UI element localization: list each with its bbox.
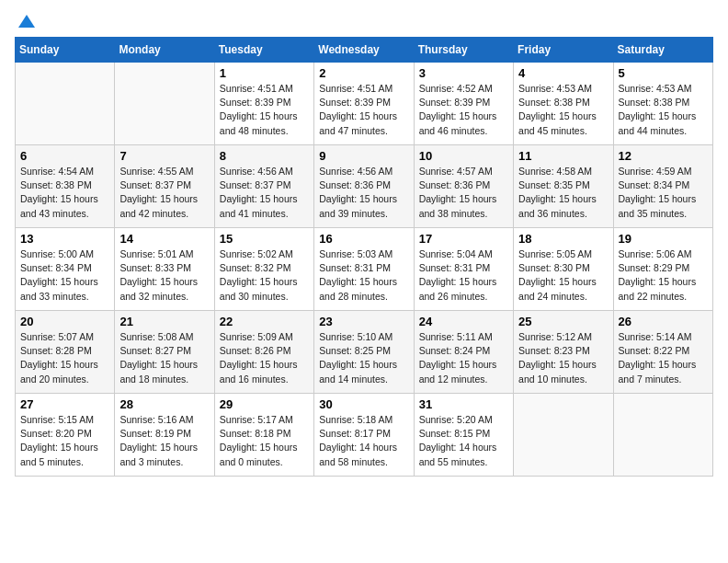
- day-number: 5: [619, 66, 708, 80]
- calendar-cell: 6Sunrise: 4:54 AM Sunset: 8:38 PM Daylig…: [16, 145, 115, 228]
- day-info: Sunrise: 5:06 AM Sunset: 8:29 PM Dayligh…: [619, 247, 708, 304]
- calendar-cell: 19Sunrise: 5:06 AM Sunset: 8:29 PM Dayli…: [613, 228, 712, 311]
- calendar-cell: 26Sunrise: 5:14 AM Sunset: 8:22 PM Dayli…: [613, 311, 712, 394]
- logo-icon: [18, 13, 35, 29]
- calendar-cell: 13Sunrise: 5:00 AM Sunset: 8:34 PM Dayli…: [16, 228, 115, 311]
- day-info: Sunrise: 4:52 AM Sunset: 8:39 PM Dayligh…: [419, 82, 508, 138]
- day-info: Sunrise: 5:15 AM Sunset: 8:20 PM Dayligh…: [20, 413, 109, 469]
- day-number: 22: [220, 315, 309, 328]
- day-info: Sunrise: 4:59 AM Sunset: 8:34 PM Dayligh…: [619, 165, 708, 221]
- calendar-cell: 20Sunrise: 5:07 AM Sunset: 8:28 PM Dayli…: [16, 311, 115, 394]
- day-info: Sunrise: 5:01 AM Sunset: 8:33 PM Dayligh…: [119, 247, 209, 304]
- calendar-week-row: 1Sunrise: 4:51 AM Sunset: 8:39 PM Daylig…: [16, 63, 713, 145]
- day-info: Sunrise: 5:02 AM Sunset: 8:32 PM Dayligh…: [220, 247, 309, 304]
- day-number: 7: [119, 149, 209, 163]
- day-info: Sunrise: 4:53 AM Sunset: 8:38 PM Dayligh…: [518, 82, 608, 138]
- svg-marker-0: [18, 15, 35, 28]
- calendar-cell: 30Sunrise: 5:18 AM Sunset: 8:17 PM Dayli…: [314, 394, 414, 477]
- day-number: 25: [518, 315, 608, 328]
- day-info: Sunrise: 5:10 AM Sunset: 8:25 PM Dayligh…: [319, 330, 408, 386]
- calendar-cell: 3Sunrise: 4:52 AM Sunset: 8:39 PM Daylig…: [414, 63, 513, 145]
- day-number: 31: [419, 397, 508, 411]
- calendar-cell: 9Sunrise: 4:56 AM Sunset: 8:36 PM Daylig…: [314, 145, 414, 228]
- day-info: Sunrise: 5:09 AM Sunset: 8:26 PM Dayligh…: [220, 330, 309, 386]
- day-number: 24: [419, 315, 508, 328]
- calendar-cell: 25Sunrise: 5:12 AM Sunset: 8:23 PM Dayli…: [514, 311, 613, 394]
- calendar-cell: [16, 63, 115, 145]
- logo: [15, 15, 35, 29]
- day-info: Sunrise: 5:16 AM Sunset: 8:19 PM Dayligh…: [119, 413, 209, 469]
- day-info: Sunrise: 5:07 AM Sunset: 8:28 PM Dayligh…: [20, 330, 109, 386]
- day-info: Sunrise: 5:04 AM Sunset: 8:31 PM Dayligh…: [419, 247, 508, 304]
- day-number: 19: [619, 232, 708, 246]
- calendar-cell: 17Sunrise: 5:04 AM Sunset: 8:31 PM Dayli…: [414, 228, 513, 311]
- header-tuesday: Tuesday: [214, 38, 313, 63]
- day-info: Sunrise: 4:57 AM Sunset: 8:36 PM Dayligh…: [419, 165, 508, 221]
- day-info: Sunrise: 4:51 AM Sunset: 8:39 PM Dayligh…: [220, 82, 309, 138]
- day-info: Sunrise: 5:05 AM Sunset: 8:30 PM Dayligh…: [518, 247, 608, 304]
- day-number: 18: [518, 232, 608, 246]
- calendar-cell: [115, 63, 214, 145]
- calendar-week-row: 6Sunrise: 4:54 AM Sunset: 8:38 PM Daylig…: [16, 145, 713, 228]
- calendar-cell: [514, 394, 613, 477]
- day-number: 1: [220, 66, 309, 80]
- day-number: 28: [119, 397, 209, 411]
- day-number: 16: [319, 232, 408, 246]
- day-info: Sunrise: 5:18 AM Sunset: 8:17 PM Dayligh…: [319, 413, 408, 469]
- header-friday: Friday: [514, 38, 613, 63]
- header-thursday: Thursday: [414, 38, 513, 63]
- day-number: 14: [119, 232, 209, 246]
- calendar-cell: 31Sunrise: 5:20 AM Sunset: 8:15 PM Dayli…: [414, 394, 513, 477]
- header-sunday: Sunday: [16, 38, 115, 63]
- day-number: 26: [619, 315, 708, 328]
- page-header: [15, 15, 713, 29]
- day-number: 15: [220, 232, 309, 246]
- calendar-cell: 29Sunrise: 5:17 AM Sunset: 8:18 PM Dayli…: [214, 394, 313, 477]
- calendar-cell: 11Sunrise: 4:58 AM Sunset: 8:35 PM Dayli…: [514, 145, 613, 228]
- day-info: Sunrise: 4:56 AM Sunset: 8:37 PM Dayligh…: [220, 165, 309, 221]
- calendar-cell: 16Sunrise: 5:03 AM Sunset: 8:31 PM Dayli…: [314, 228, 414, 311]
- day-number: 11: [518, 149, 608, 163]
- calendar-header-row: SundayMondayTuesdayWednesdayThursdayFrid…: [16, 38, 713, 63]
- day-number: 27: [20, 397, 109, 411]
- calendar-cell: 8Sunrise: 4:56 AM Sunset: 8:37 PM Daylig…: [214, 145, 313, 228]
- day-info: Sunrise: 4:53 AM Sunset: 8:38 PM Dayligh…: [619, 82, 708, 138]
- calendar-cell: 12Sunrise: 4:59 AM Sunset: 8:34 PM Dayli…: [613, 145, 712, 228]
- day-info: Sunrise: 5:11 AM Sunset: 8:24 PM Dayligh…: [419, 330, 508, 386]
- day-info: Sunrise: 4:54 AM Sunset: 8:38 PM Dayligh…: [20, 165, 109, 221]
- day-number: 20: [20, 315, 109, 328]
- calendar-cell: 18Sunrise: 5:05 AM Sunset: 8:30 PM Dayli…: [514, 228, 613, 311]
- day-info: Sunrise: 4:55 AM Sunset: 8:37 PM Dayligh…: [119, 165, 209, 221]
- calendar-cell: 4Sunrise: 4:53 AM Sunset: 8:38 PM Daylig…: [514, 63, 613, 145]
- calendar-cell: 28Sunrise: 5:16 AM Sunset: 8:19 PM Dayli…: [115, 394, 214, 477]
- calendar-cell: [613, 394, 712, 477]
- calendar-week-row: 20Sunrise: 5:07 AM Sunset: 8:28 PM Dayli…: [16, 311, 713, 394]
- day-number: 6: [20, 149, 109, 163]
- header-saturday: Saturday: [613, 38, 712, 63]
- day-number: 10: [419, 149, 508, 163]
- day-info: Sunrise: 4:51 AM Sunset: 8:39 PM Dayligh…: [319, 82, 408, 138]
- day-info: Sunrise: 4:58 AM Sunset: 8:35 PM Dayligh…: [518, 165, 608, 221]
- day-info: Sunrise: 5:20 AM Sunset: 8:15 PM Dayligh…: [419, 413, 508, 469]
- day-number: 8: [220, 149, 309, 163]
- calendar-cell: 15Sunrise: 5:02 AM Sunset: 8:32 PM Dayli…: [214, 228, 313, 311]
- day-number: 21: [119, 315, 209, 328]
- day-number: 9: [319, 149, 408, 163]
- calendar-cell: 10Sunrise: 4:57 AM Sunset: 8:36 PM Dayli…: [414, 145, 513, 228]
- day-number: 23: [319, 315, 408, 328]
- day-number: 13: [20, 232, 109, 246]
- day-number: 4: [518, 66, 608, 80]
- calendar-cell: 27Sunrise: 5:15 AM Sunset: 8:20 PM Dayli…: [16, 394, 115, 477]
- day-number: 30: [319, 397, 408, 411]
- day-info: Sunrise: 5:12 AM Sunset: 8:23 PM Dayligh…: [518, 330, 608, 386]
- calendar-cell: 1Sunrise: 4:51 AM Sunset: 8:39 PM Daylig…: [214, 63, 313, 145]
- day-number: 3: [419, 66, 508, 80]
- day-number: 12: [619, 149, 708, 163]
- calendar-cell: 7Sunrise: 4:55 AM Sunset: 8:37 PM Daylig…: [115, 145, 214, 228]
- day-number: 17: [419, 232, 508, 246]
- day-info: Sunrise: 5:03 AM Sunset: 8:31 PM Dayligh…: [319, 247, 408, 304]
- calendar-week-row: 13Sunrise: 5:00 AM Sunset: 8:34 PM Dayli…: [16, 228, 713, 311]
- day-info: Sunrise: 5:08 AM Sunset: 8:27 PM Dayligh…: [119, 330, 209, 386]
- day-info: Sunrise: 5:14 AM Sunset: 8:22 PM Dayligh…: [619, 330, 708, 386]
- day-info: Sunrise: 4:56 AM Sunset: 8:36 PM Dayligh…: [319, 165, 408, 221]
